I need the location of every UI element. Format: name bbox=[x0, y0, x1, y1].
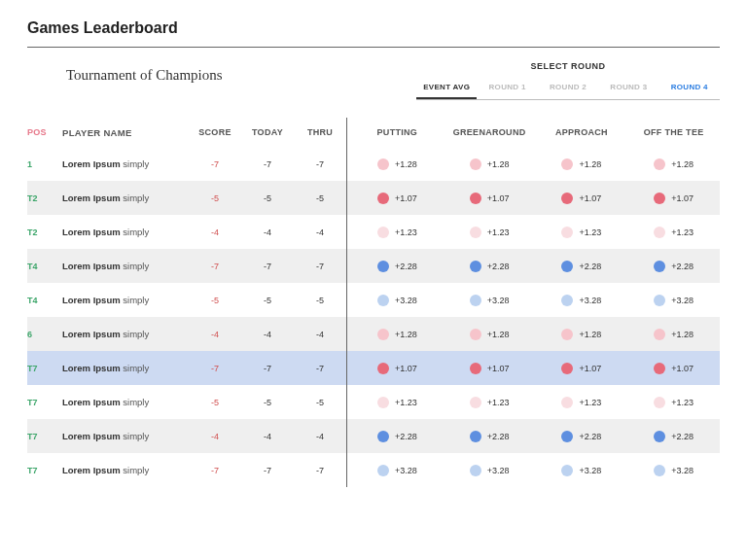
col-player: PLAYER NAME bbox=[62, 127, 189, 138]
stat-value: +1.23 bbox=[487, 398, 510, 407]
stat-value: +3.28 bbox=[671, 296, 694, 305]
stat-dot-icon bbox=[561, 363, 573, 374]
cell-today: -5 bbox=[241, 398, 294, 407]
stat-dot-icon bbox=[561, 465, 573, 476]
table-row[interactable]: T4Lorem Ipsum simply-7-7-7+2.28+2.28+2.2… bbox=[27, 249, 720, 283]
table-row[interactable]: T7Lorem Ipsum simply-4-4-4+2.28+2.28+2.2… bbox=[27, 419, 720, 453]
stat-dot-icon bbox=[470, 192, 481, 204]
page-title: Games Leaderboard bbox=[27, 19, 720, 37]
stat-value: +1.07 bbox=[395, 364, 417, 373]
cell-stat: +1.23 bbox=[351, 227, 444, 238]
stat-value: +2.28 bbox=[671, 432, 694, 441]
stat-value: +1.07 bbox=[487, 193, 510, 203]
vertical-divider bbox=[346, 351, 347, 385]
cell-thru: -7 bbox=[294, 364, 346, 373]
cell-today: -4 bbox=[241, 228, 294, 237]
cell-player-name: Lorem Ipsum simply bbox=[62, 329, 189, 339]
round-tab-4[interactable]: ROUND 4 bbox=[659, 77, 720, 99]
cell-thru: -5 bbox=[294, 193, 346, 203]
cell-player-name: Lorem Ipsum simply bbox=[62, 158, 189, 169]
page: Games Leaderboard Tournament of Champion… bbox=[0, 0, 747, 487]
cell-pos: T2 bbox=[27, 193, 62, 203]
vertical-divider bbox=[346, 215, 347, 249]
cell-thru: -4 bbox=[294, 228, 346, 237]
cell-stat: +1.28 bbox=[627, 329, 720, 340]
cell-pos: T4 bbox=[27, 296, 62, 305]
cell-stat: +2.28 bbox=[351, 261, 444, 272]
cell-score: -5 bbox=[189, 296, 241, 305]
stat-dot-icon bbox=[377, 397, 389, 408]
cell-stat: +1.28 bbox=[351, 158, 444, 170]
stat-value: +1.28 bbox=[487, 159, 510, 169]
cell-thru: -7 bbox=[294, 262, 346, 271]
stat-value: +1.28 bbox=[487, 330, 510, 339]
stat-dot-icon bbox=[470, 431, 481, 442]
cell-stat: +1.07 bbox=[627, 363, 720, 374]
cell-stat: +1.28 bbox=[444, 158, 536, 170]
table-row[interactable]: T7Lorem Ipsum simply-7-7-7+1.07+1.07+1.0… bbox=[27, 351, 720, 385]
cell-player-name: Lorem Ipsum simply bbox=[62, 227, 189, 237]
round-tab-3[interactable]: ROUND 3 bbox=[598, 77, 658, 99]
cell-stat: +3.28 bbox=[351, 465, 444, 476]
stat-value: +2.28 bbox=[487, 262, 510, 271]
cell-score: -4 bbox=[189, 330, 241, 339]
stat-value: +1.23 bbox=[487, 228, 510, 237]
round-tab-2[interactable]: ROUND 2 bbox=[538, 77, 598, 99]
cell-stat: +1.28 bbox=[351, 329, 444, 340]
cell-stat: +3.28 bbox=[444, 295, 536, 306]
vertical-divider bbox=[346, 453, 347, 487]
table-row[interactable]: T7Lorem Ipsum simply-5-5-5+1.23+1.23+1.2… bbox=[27, 385, 720, 419]
stat-value: +1.23 bbox=[579, 398, 601, 407]
stat-value: +1.28 bbox=[395, 330, 417, 339]
stat-value: +2.28 bbox=[395, 262, 417, 271]
stat-dot-icon bbox=[654, 363, 665, 374]
cell-pos: T7 bbox=[27, 364, 62, 373]
stat-dot-icon bbox=[470, 465, 481, 476]
cell-stat: +1.28 bbox=[627, 158, 720, 170]
cell-stat: +2.28 bbox=[444, 431, 536, 442]
table-row[interactable]: 6Lorem Ipsum simply-4-4-4+1.28+1.28+1.28… bbox=[27, 317, 720, 351]
round-picker: SELECT ROUND EVENT AVGROUND 1ROUND 2ROUN… bbox=[416, 61, 720, 100]
stat-value: +3.28 bbox=[395, 296, 417, 305]
vertical-divider bbox=[346, 118, 347, 147]
cell-thru: -4 bbox=[294, 330, 346, 339]
stat-dot-icon bbox=[561, 329, 573, 340]
table-row[interactable]: T2Lorem Ipsum simply-4-4-4+1.23+1.23+1.2… bbox=[27, 215, 720, 249]
stat-dot-icon bbox=[377, 363, 389, 374]
table-row[interactable]: T7Lorem Ipsum simply-7-7-7+3.28+3.28+3.2… bbox=[27, 453, 720, 487]
stat-dot-icon bbox=[561, 397, 573, 408]
table-row[interactable]: T2Lorem Ipsum simply-5-5-5+1.07+1.07+1.0… bbox=[27, 181, 720, 215]
round-tab-0[interactable]: EVENT AVG bbox=[416, 77, 477, 99]
stat-value: +3.28 bbox=[579, 296, 601, 305]
cell-stat: +1.28 bbox=[536, 158, 628, 170]
cell-stat: +2.28 bbox=[351, 431, 444, 442]
stat-value: +3.28 bbox=[671, 466, 694, 475]
cell-stat: +1.07 bbox=[444, 363, 536, 374]
cell-player-name: Lorem Ipsum simply bbox=[62, 261, 189, 271]
col-thru: THRU bbox=[294, 127, 346, 137]
round-tab-1[interactable]: ROUND 1 bbox=[477, 77, 537, 99]
cell-stat: +2.28 bbox=[536, 261, 628, 272]
cell-stat: +1.23 bbox=[536, 227, 628, 238]
table-row[interactable]: 1Lorem Ipsum simply-7-7-7+1.28+1.28+1.28… bbox=[27, 147, 720, 181]
vertical-divider bbox=[346, 283, 347, 317]
cell-stat: +1.07 bbox=[351, 363, 444, 374]
divider bbox=[27, 47, 720, 48]
cell-stat: +2.28 bbox=[536, 431, 628, 442]
topbar: Tournament of Champions SELECT ROUND EVE… bbox=[27, 61, 720, 100]
stat-value: +2.28 bbox=[487, 432, 510, 441]
leaderboard-grid: POS PLAYER NAME SCORE TODAY THRU PUTTING… bbox=[27, 118, 720, 487]
cell-player-name: Lorem Ipsum simply bbox=[62, 397, 189, 407]
cell-thru: -5 bbox=[294, 398, 346, 407]
stat-value: +1.07 bbox=[395, 193, 417, 203]
cell-pos: T7 bbox=[27, 432, 62, 441]
cell-today: -7 bbox=[241, 159, 294, 169]
table-row[interactable]: T4Lorem Ipsum simply-5-5-5+3.28+3.28+3.2… bbox=[27, 283, 720, 317]
cell-player-name: Lorem Ipsum simply bbox=[62, 465, 189, 475]
cell-stat: +2.28 bbox=[444, 261, 536, 272]
stat-value: +1.23 bbox=[671, 398, 694, 407]
cell-stat: +2.28 bbox=[627, 261, 720, 272]
stat-dot-icon bbox=[377, 261, 389, 272]
cell-today: -7 bbox=[241, 466, 294, 475]
cell-today: -4 bbox=[241, 330, 294, 339]
